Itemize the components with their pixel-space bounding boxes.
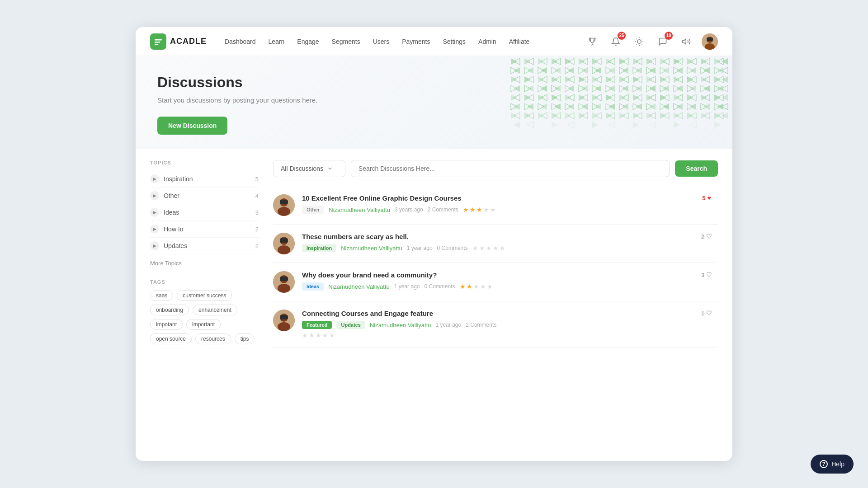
discussion-comments-3: 0 Comments <box>424 283 455 290</box>
topic-inspiration-label: Inspiration <box>164 175 255 183</box>
tag-resources[interactable]: resources <box>195 333 231 344</box>
discussion-tag2-4[interactable]: Updates <box>336 321 365 329</box>
tag-onboarding[interactable]: onboarding <box>150 305 189 315</box>
svg-marker-199 <box>609 103 615 110</box>
tag-open-source[interactable]: open source <box>150 333 192 344</box>
nav-segments[interactable]: Segments <box>332 36 360 47</box>
discussion-tag-4[interactable]: Featured <box>302 321 332 329</box>
discussion-title-3[interactable]: Why does your brand need a community? <box>302 271 688 279</box>
svg-marker-69 <box>622 67 628 74</box>
svg-line-6 <box>637 38 637 39</box>
topic-updates[interactable]: ▶ Updates 2 <box>150 238 259 254</box>
tag-impotant[interactable]: impotant <box>150 319 183 330</box>
svg-rect-272 <box>280 277 288 281</box>
tag-customer-success[interactable]: customer success <box>177 290 232 301</box>
svg-marker-209 <box>676 103 683 110</box>
nav-settings[interactable]: Settings <box>443 36 466 47</box>
heart-outline-icon: ♡ <box>706 271 712 278</box>
nav-dashboard[interactable]: Dashboard <box>225 36 256 47</box>
svg-marker-239 <box>660 113 666 119</box>
svg-marker-119 <box>514 85 520 92</box>
nav-affiliate[interactable]: Affiliate <box>509 36 530 47</box>
discussion-likes-1[interactable]: 5 ♥ <box>702 194 711 202</box>
svg-marker-251 <box>527 122 533 128</box>
svg-marker-55 <box>527 67 533 74</box>
topic-arrow-icon: ▶ <box>150 225 159 234</box>
main-nav: Dashboard Learn Engage Segments Users Pa… <box>225 36 584 47</box>
topic-inspiration[interactable]: ▶ Inspiration 5 <box>150 171 259 188</box>
discussion-likes-2[interactable]: 2 ♡ <box>701 233 712 240</box>
tag-enhancement[interactable]: enhancement <box>193 305 237 315</box>
discussion-side-2: 2 ♡ <box>695 233 718 240</box>
header-actions: 25 10 <box>584 33 718 50</box>
discussion-author-4[interactable]: Nizamudheen Valliyattu <box>370 322 431 328</box>
svg-marker-205 <box>649 103 656 110</box>
svg-marker-125 <box>554 85 561 92</box>
svg-marker-147 <box>703 85 710 92</box>
more-topics-link[interactable]: More Topics <box>150 260 259 267</box>
svg-marker-207 <box>663 103 669 110</box>
nav-engage[interactable]: Engage <box>297 36 319 47</box>
topic-other-label: Other <box>164 192 255 199</box>
chat-button[interactable]: 10 <box>655 33 671 50</box>
discussion-tag-3[interactable]: Ideas <box>302 282 324 291</box>
tags-heading: TAGS <box>150 279 259 285</box>
topic-updates-count: 2 <box>255 243 259 249</box>
svg-marker-197 <box>595 103 601 110</box>
discussion-item-1: 10 Excellent Free Online Graphic Design … <box>273 186 718 225</box>
nav-users[interactable]: Users <box>373 36 390 47</box>
svg-marker-225 <box>565 113 571 119</box>
discussion-tag-2[interactable]: Inspiration <box>302 244 336 252</box>
svg-marker-137 <box>636 85 642 92</box>
search-button[interactable]: Search <box>675 160 718 177</box>
announce-button[interactable] <box>678 33 694 50</box>
svg-line-7 <box>642 44 642 44</box>
help-button[interactable]: ? Help <box>811 455 854 474</box>
svg-marker-189 <box>541 103 547 110</box>
trophy-button[interactable] <box>584 33 600 50</box>
discussion-author-1[interactable]: Nizamudheen Valliyattu <box>329 206 390 213</box>
filter-dropdown[interactable]: All Discussions <box>273 160 345 177</box>
user-avatar[interactable] <box>702 33 718 50</box>
svg-marker-131 <box>595 85 601 92</box>
discussion-title-1[interactable]: 10 Excellent Free Online Graphic Design … <box>302 194 688 202</box>
sun-button[interactable] <box>631 33 647 50</box>
svg-marker-221 <box>538 113 544 119</box>
nav-admin[interactable]: Admin <box>478 36 496 47</box>
hero-pattern <box>506 56 732 146</box>
tag-tips[interactable]: tips <box>235 333 255 344</box>
topic-ideas[interactable]: ▶ Ideas 3 <box>150 204 259 221</box>
search-input[interactable] <box>351 160 670 177</box>
svg-marker-145 <box>690 85 696 92</box>
svg-marker-260 <box>714 122 721 128</box>
discussion-tag-1[interactable]: Other <box>302 206 324 214</box>
bell-button[interactable]: 25 <box>608 33 624 50</box>
nav-payments[interactable]: Payments <box>402 36 430 47</box>
topic-howto[interactable]: ▶ How to 2 <box>150 221 259 238</box>
svg-line-11 <box>642 38 642 39</box>
svg-marker-217 <box>511 113 517 119</box>
hero-subtitle: Start you discussions by posting your qu… <box>157 96 392 104</box>
discussion-author-2[interactable]: Nizamudheen Valliyattu <box>341 245 402 252</box>
topic-arrow-icon: ▶ <box>150 208 159 217</box>
nav-learn[interactable]: Learn <box>269 36 285 47</box>
svg-marker-254 <box>592 122 599 128</box>
discussion-avatar-2 <box>273 233 295 254</box>
svg-marker-250 <box>514 122 520 128</box>
discussion-likes-3[interactable]: 3 ♡ <box>701 271 712 278</box>
svg-marker-133 <box>609 85 615 92</box>
logo[interactable]: ACADLE <box>150 33 207 50</box>
topic-other[interactable]: ▶ Other 4 <box>150 188 259 204</box>
hero-section: Discussions Start you discussions by pos… <box>136 56 732 149</box>
tag-saas[interactable]: saas <box>150 290 173 301</box>
discussion-title-2[interactable]: These numbers are scary as hell. <box>302 233 688 240</box>
topic-arrow-icon: ▶ <box>150 174 159 183</box>
discussion-title-4[interactable]: Connecting Courses and Engage feature <box>302 310 688 317</box>
discussion-author-3[interactable]: Nizamudheen Valliyattu <box>328 283 390 290</box>
tag-important[interactable]: important <box>186 319 221 330</box>
new-discussion-button[interactable]: New Discussion <box>157 117 227 135</box>
discussion-likes-4[interactable]: 1 ♡ <box>701 310 712 317</box>
discussion-stars-4: ★ ★ ★ ★ ★ <box>302 332 688 339</box>
discussion-item-3: Why does your brand need a community? Id… <box>273 263 718 301</box>
heart-outline-icon: ♡ <box>706 233 712 240</box>
